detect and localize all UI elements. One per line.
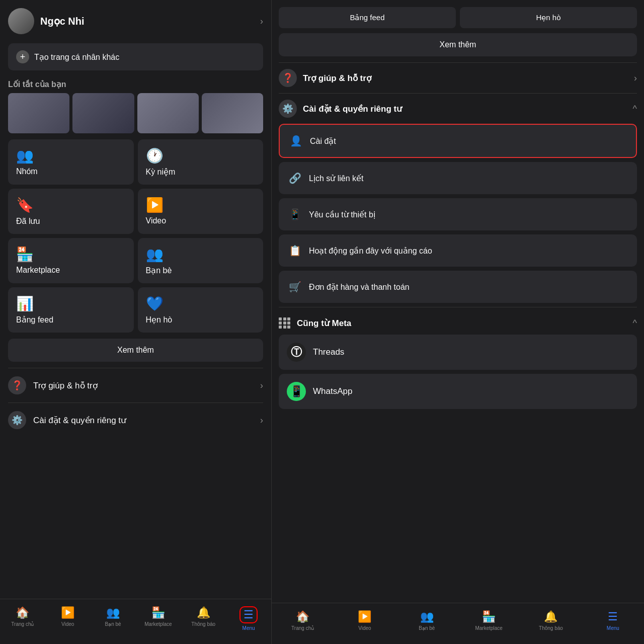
whatsapp-icon: 📱 [287, 382, 306, 401]
create-profile-button[interactable]: + Tạo trang cá nhân khác [8, 43, 263, 70]
nav-video-label-right: Video [358, 625, 371, 631]
nav-home-right[interactable]: 🏠 Trang chủ [272, 607, 334, 634]
settings-chevron-right-icon: ^ [633, 104, 637, 114]
dating-icon: 💙 [146, 295, 256, 312]
divider-right-3 [279, 307, 637, 307]
help-header-right[interactable]: ❓ Trợ giúp & hỗ trợ › [279, 63, 637, 93]
meta-dots-icon [279, 317, 291, 329]
meta-section-label: Cũng từ Meta [297, 318, 627, 329]
profile-chevron-icon: › [260, 16, 263, 27]
right-scroll: Bảng feed Hẹn hò Xem thêm ❓ Trợ giúp & h… [272, 0, 644, 603]
right-panel: Bảng feed Hẹn hò Xem thêm ❓ Trợ giúp & h… [272, 0, 644, 644]
nav-marketplace-right[interactable]: 🏪 Marketplace [458, 607, 520, 634]
nav-notifications-left[interactable]: 🔔 Thông báo [181, 603, 226, 634]
tab-hendo[interactable]: Hẹn hò [460, 7, 637, 28]
marketplace-icon: 🏪 [16, 246, 126, 263]
nav-marketplace-label-right: Marketplace [475, 625, 502, 631]
whatsapp-label: WhatsApp [313, 386, 352, 396]
nav-home-label-right: Trang chủ [291, 625, 314, 631]
saved-icon: 🔖 [16, 197, 126, 213]
sub-item-yeucau[interactable]: 📱 Yêu cầu từ thiết bị [279, 198, 637, 230]
nav-home-left[interactable]: 🏠 Trang chủ [0, 603, 45, 634]
bottom-spacer [272, 413, 644, 423]
nav-video-left[interactable]: ▶️ Video [45, 603, 91, 634]
sub-item-don[interactable]: 🛒 Đơn đặt hàng và thanh toán [279, 271, 637, 303]
shortcut-thumb-3 [137, 93, 199, 133]
settings-section-right: ⚙️ Cài đặt & quyền riêng tư ^ 👤 Cài đặt … [272, 94, 644, 303]
see-more-button-left[interactable]: Xem thêm [8, 339, 263, 362]
grid-item-nhom[interactable]: 👥 Nhóm [8, 139, 134, 185]
profile-row[interactable]: Ngọc Nhi › [0, 0, 271, 40]
nav-notifications-right[interactable]: 🔔 Thông báo [520, 607, 582, 634]
nav-menu-label-left: Menu [243, 625, 255, 631]
nav-friends-left[interactable]: 👥 Bạn bè [91, 603, 136, 634]
grid-item-daluu-label: Đã lưu [16, 216, 126, 226]
nav-menu-left[interactable]: ☰ Menu [226, 603, 271, 634]
shortcuts-row [0, 93, 271, 139]
shortcuts-title: Lối tắt của bạn [0, 77, 271, 93]
settings-section-icon: ⚙️ [279, 100, 297, 118]
grid-item-kyniem[interactable]: 🕐 Kỳ niệm [138, 139, 264, 185]
settings-row[interactable]: ⚙️ Cài đặt & quyền riêng tư › [0, 403, 271, 437]
grid-item-marketplace-label: Marketplace [16, 266, 126, 275]
nav-video-right[interactable]: ▶️ Video [334, 607, 395, 634]
sub-item-don-label: Đơn đặt hàng và thanh toán [309, 282, 410, 292]
shortcut-thumb-4 [202, 93, 263, 133]
bottom-nav-right: 🏠 Trang chủ ▶️ Video 👥 Bạn bè 🏪 Marketpl… [272, 603, 644, 644]
help-row[interactable]: ❓ Trợ giúp & hỗ trợ › [0, 368, 271, 403]
video-icon: ▶️ [146, 197, 256, 213]
don-icon: 🛒 [287, 279, 303, 295]
grid-item-bangfeed[interactable]: 📊 Bảng feed [8, 287, 134, 333]
sub-item-yeucau-label: Yêu cầu từ thiết bị [309, 210, 375, 219]
home-icon: 🏠 [16, 606, 29, 619]
nav-menu-right[interactable]: ☰ Menu [582, 607, 644, 634]
grid-container: 👥 Nhóm 🕐 Kỳ niệm 🔖 Đã lưu ▶️ Video 🏪 Mar… [0, 139, 271, 338]
see-more-button-right[interactable]: Xem thêm [279, 33, 637, 56]
top-tabs-row: Bảng feed Hẹn hò [272, 0, 644, 32]
shortcut-thumb-1 [8, 93, 69, 133]
group-icon: 👥 [16, 147, 126, 164]
sub-item-hoatdong[interactable]: 📋 Hoạt động gần đây với quảng cáo [279, 234, 637, 267]
marketplace-nav-icon: 🏪 [151, 606, 165, 619]
shortcut-thumb-2 [72, 93, 134, 133]
nav-friends-right[interactable]: 👥 Bạn bè [396, 607, 458, 634]
grid-item-banbe[interactable]: 👥 Bạn bè [138, 238, 264, 283]
sub-item-lichsu-label: Lịch sử liên kết [309, 174, 363, 183]
threads-label: Threads [313, 347, 344, 357]
settings-header-right[interactable]: ⚙️ Cài đặt & quyền riêng tư ^ [279, 94, 637, 124]
grid-item-marketplace[interactable]: 🏪 Marketplace [8, 238, 134, 283]
help-label: Trợ giúp & hỗ trợ [33, 380, 253, 391]
grid-item-banbe-label: Bạn bè [146, 266, 256, 275]
help-section-icon: ❓ [279, 69, 297, 87]
nav-marketplace-label-left: Marketplace [144, 621, 172, 627]
nav-video-label-left: Video [61, 621, 74, 627]
yeucau-icon: 📱 [287, 206, 303, 222]
friends-nav-icon-right: 👥 [420, 610, 434, 623]
grid-item-daluu[interactable]: 🔖 Đã lưu [8, 189, 134, 234]
grid-item-nhom-label: Nhóm [16, 167, 126, 176]
grid-item-kyniem-label: Kỳ niệm [146, 167, 256, 177]
help-section-right: ❓ Trợ giúp & hỗ trợ › [272, 63, 644, 93]
grid-item-video[interactable]: ▶️ Video [138, 189, 264, 234]
video-nav-icon: ▶️ [61, 606, 74, 619]
menu-box-left: ☰ [239, 606, 258, 623]
caidat-icon: 👤 [288, 133, 304, 149]
nav-notif-label-right: Thông báo [539, 625, 563, 631]
meta-header[interactable]: Cũng từ Meta ^ [279, 311, 637, 335]
nav-friends-label-right: Bạn bè [419, 625, 435, 631]
video-nav-icon-right: ▶️ [358, 610, 371, 623]
meta-app-whatsapp[interactable]: 📱 WhatsApp [279, 374, 637, 409]
sub-item-caidat[interactable]: 👤 Cài đặt [279, 124, 637, 158]
settings-icon: ⚙️ [8, 411, 26, 429]
meta-app-threads[interactable]: Ⓣ Threads [279, 335, 637, 370]
sub-item-lichsu[interactable]: 🔗 Lịch sử liên kết [279, 162, 637, 194]
nav-marketplace-left[interactable]: 🏪 Marketplace [135, 603, 181, 634]
tab-bangfeed[interactable]: Bảng feed [279, 7, 456, 28]
left-panel: Ngọc Nhi › + Tạo trang cá nhân khác Lối … [0, 0, 272, 644]
nav-home-label-left: Trang chủ [11, 621, 34, 627]
grid-item-hendo[interactable]: 💙 Hẹn hò [138, 287, 264, 333]
create-profile-label: Tạo trang cá nhân khác [34, 52, 119, 62]
grid-item-video-label: Video [146, 216, 256, 225]
bottom-nav-left: 🏠 Trang chủ ▶️ Video 👥 Bạn bè 🏪 Marketpl… [0, 599, 271, 644]
home-nav-icon-right: 🏠 [296, 610, 309, 623]
